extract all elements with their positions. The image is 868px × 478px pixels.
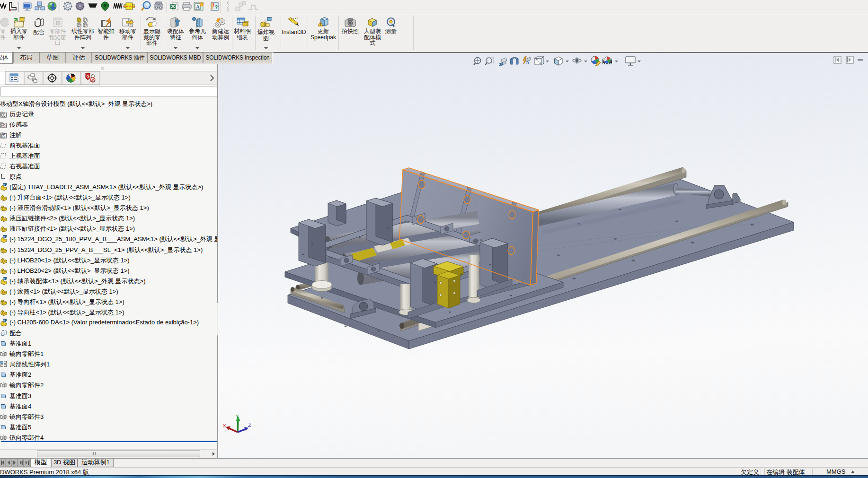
svg-text:S: S <box>87 74 89 78</box>
svg-text:?: ? <box>215 5 218 10</box>
svg-text:Y: Y <box>236 414 239 419</box>
svg-text:A: A <box>196 4 200 9</box>
svg-text:!: ! <box>213 3 214 8</box>
svg-text:A: A <box>526 60 530 65</box>
svg-text:X: X <box>223 423 226 429</box>
svg-text:Z: Z <box>248 423 251 428</box>
svg-text:!: ! <box>320 22 321 26</box>
